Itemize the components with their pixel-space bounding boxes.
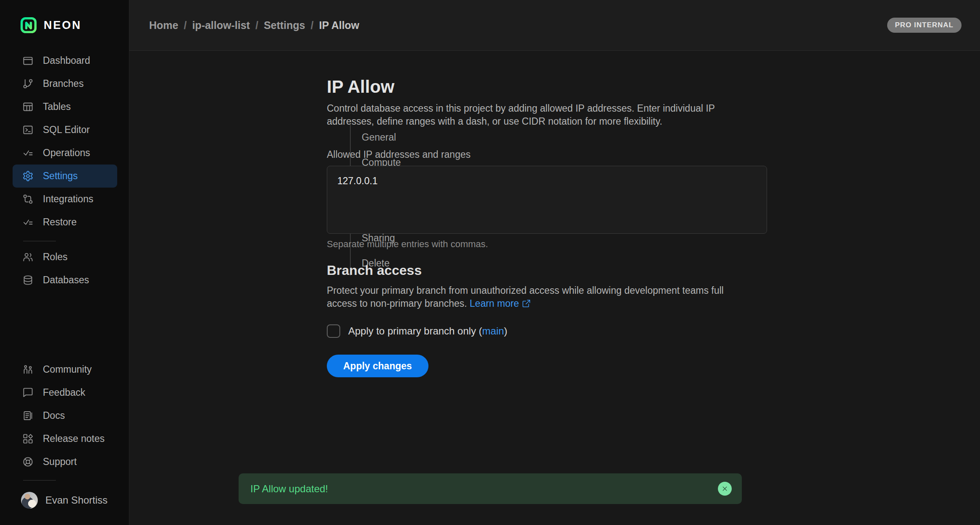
- restore-checklist-icon: [22, 217, 34, 228]
- brand-logo[interactable]: NEON: [20, 17, 81, 34]
- sidebar-item-label: Dashboard: [43, 55, 90, 66]
- sidebar-divider: [23, 480, 56, 481]
- learn-more-label: Learn more: [470, 298, 519, 309]
- ip-field-help: Separate multiple entries with commas.: [327, 239, 772, 250]
- breadcrumb-current: IP Allow: [319, 19, 359, 31]
- sidebar-item-release-notes[interactable]: Release notes: [13, 427, 117, 450]
- sidebar-item-label: Integrations: [43, 193, 93, 205]
- apply-changes-button[interactable]: Apply changes: [327, 355, 428, 377]
- release-notes-icon: [22, 433, 34, 444]
- community-icon: [22, 364, 34, 375]
- dashboard-icon: [22, 55, 34, 66]
- plan-badge: PRO INTERNAL: [887, 18, 962, 33]
- terminal-icon: [22, 124, 34, 136]
- life-buoy-icon: [22, 456, 34, 468]
- sidebar-item-integrations[interactable]: Integrations: [13, 188, 117, 211]
- branch-access-title: Branch access: [327, 262, 772, 278]
- gear-icon: [22, 170, 34, 182]
- ip-allow-description: Control database access in this project …: [327, 102, 749, 128]
- sidebar-item-label: Docs: [43, 410, 65, 421]
- sidebar-item-community[interactable]: Community: [13, 358, 117, 381]
- breadcrumb-separator: /: [184, 19, 187, 31]
- breadcrumb: Home / ip-allow-list / Settings / IP All…: [149, 19, 359, 31]
- user-name: Evan Shortiss: [45, 494, 108, 506]
- page-title: IP Allow: [327, 77, 772, 97]
- toast-close-button[interactable]: [718, 482, 732, 496]
- breadcrumb-settings[interactable]: Settings: [264, 19, 305, 31]
- top-bar: Home / ip-allow-list / Settings / IP All…: [129, 0, 980, 51]
- external-link-icon: [522, 299, 531, 308]
- breadcrumb-project[interactable]: ip-allow-list: [192, 19, 250, 31]
- sidebar-item-label: Operations: [43, 147, 90, 159]
- breadcrumb-separator: /: [311, 19, 314, 31]
- primary-branch-checkbox[interactable]: [327, 324, 340, 338]
- sidebar-item-label: Community: [43, 364, 92, 375]
- sidebar: NEON Dashboard Branches Tables SQL Edito…: [0, 0, 129, 525]
- sidebar-item-databases[interactable]: Databases: [13, 269, 117, 292]
- main-column: Home / ip-allow-list / Settings / IP All…: [129, 0, 980, 525]
- sidebar-item-label: Settings: [43, 170, 78, 182]
- sidebar-divider: [23, 241, 56, 241]
- main-branch-link[interactable]: main: [482, 325, 504, 337]
- sidebar-item-label: Databases: [43, 274, 89, 286]
- neon-logo-icon: [20, 17, 37, 34]
- primary-branch-label: Apply to primary branch only (main): [348, 325, 507, 337]
- git-branch-icon: [22, 78, 34, 89]
- sidebar-item-sql-editor[interactable]: SQL Editor: [13, 118, 117, 141]
- checkbox-label-prefix: Apply to primary branch only (: [348, 325, 482, 337]
- sidebar-item-label: Tables: [43, 101, 71, 112]
- sidebar-item-label: Branches: [43, 78, 84, 89]
- content-area: General Compute IP Allow Storage Sharing…: [129, 51, 980, 525]
- sidebar-item-support[interactable]: Support: [13, 450, 117, 473]
- document-icon: [22, 410, 34, 421]
- ip-addresses-textarea[interactable]: 127.0.0.1: [327, 166, 767, 234]
- sidebar-item-label: Feedback: [43, 387, 85, 398]
- brand-name: NEON: [44, 19, 81, 32]
- sidebar-item-tables[interactable]: Tables: [13, 95, 117, 118]
- sidebar-item-docs[interactable]: Docs: [13, 404, 117, 427]
- close-icon: [722, 486, 728, 492]
- sidebar-item-label: Release notes: [43, 433, 105, 444]
- breadcrumb-separator: /: [255, 19, 258, 31]
- sidebar-tertiary-nav: Community Feedback Docs Release notes Su…: [13, 358, 117, 473]
- primary-branch-row: Apply to primary branch only (main): [327, 324, 772, 338]
- sidebar-primary-nav: Dashboard Branches Tables SQL Editor Ope…: [13, 49, 117, 234]
- success-toast: IP Allow updated!: [239, 473, 742, 504]
- checklist-icon: [22, 147, 34, 159]
- avatar: [21, 492, 38, 509]
- branch-access-description: Protect your primary branch from unautho…: [327, 284, 749, 310]
- database-icon: [22, 274, 34, 286]
- sidebar-item-operations[interactable]: Operations: [13, 141, 117, 165]
- sidebar-item-label: Roles: [43, 251, 68, 263]
- sidebar-item-roles[interactable]: Roles: [13, 246, 117, 269]
- sidebar-item-feedback[interactable]: Feedback: [13, 381, 117, 404]
- git-compare-icon: [22, 193, 34, 205]
- toast-message: IP Allow updated!: [250, 483, 718, 495]
- breadcrumb-home[interactable]: Home: [149, 19, 178, 31]
- learn-more-link[interactable]: Learn more: [470, 298, 531, 309]
- sidebar-item-label: Restore: [43, 217, 77, 228]
- app-root: NEON Dashboard Branches Tables SQL Edito…: [0, 0, 980, 525]
- ip-allow-panel: IP Allow Control database access in this…: [327, 77, 772, 377]
- ip-field-label: Allowed IP addresses and ranges: [327, 149, 772, 160]
- sidebar-secondary-nav: Roles Databases: [13, 246, 117, 292]
- sidebar-item-label: SQL Editor: [43, 124, 90, 136]
- sidebar-item-dashboard[interactable]: Dashboard: [13, 49, 117, 72]
- checkbox-label-suffix: ): [504, 325, 507, 337]
- table-icon: [22, 101, 34, 112]
- speech-bubble-icon: [22, 387, 34, 398]
- sidebar-item-settings[interactable]: Settings: [13, 165, 117, 188]
- sidebar-item-label: Support: [43, 456, 77, 468]
- users-icon: [22, 251, 34, 263]
- user-menu[interactable]: Evan Shortiss: [21, 492, 108, 509]
- sidebar-item-branches[interactable]: Branches: [13, 72, 117, 95]
- sidebar-item-restore[interactable]: Restore: [13, 211, 117, 234]
